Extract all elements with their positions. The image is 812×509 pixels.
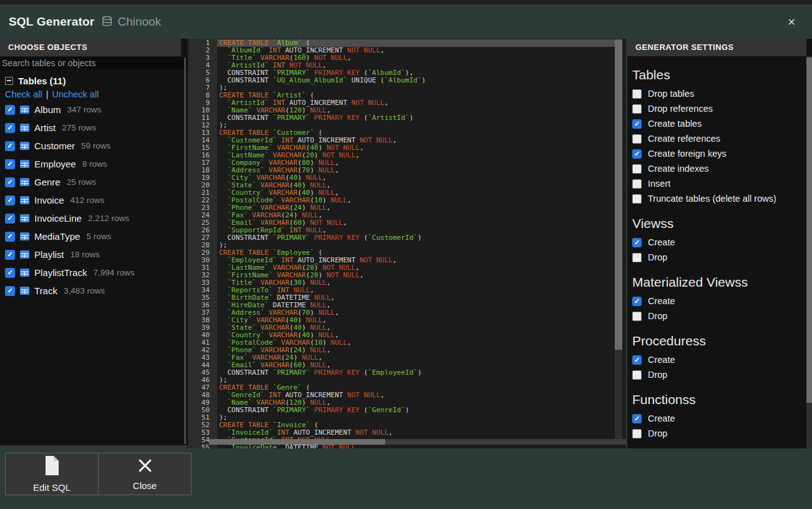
uncheck-all-link[interactable]: Uncheck all xyxy=(52,89,99,99)
table-list-item[interactable]: MediaType 5 rows xyxy=(0,227,187,245)
table-list-item[interactable]: Artist 275 rows xyxy=(0,119,187,137)
settings-scrollbar-thumb[interactable] xyxy=(806,57,812,403)
table-name: Album xyxy=(34,104,61,115)
settings-option-label: Truncate tables (delete all rows) xyxy=(648,194,776,204)
settings-section-title: Proceduress xyxy=(632,333,812,349)
table-list-item[interactable]: Employee 8 rows xyxy=(0,155,187,173)
table-checkbox[interactable] xyxy=(5,250,15,260)
settings-option[interactable]: Drop xyxy=(632,367,812,382)
settings-option[interactable]: Drop tables xyxy=(632,86,812,101)
table-row-count: 3,483 rows xyxy=(64,286,105,295)
close-button[interactable]: Close xyxy=(98,453,192,495)
settings-option[interactable]: Create xyxy=(632,352,812,367)
table-checkbox[interactable] xyxy=(5,159,15,169)
settings-checkbox[interactable] xyxy=(632,429,642,438)
table-checkbox[interactable] xyxy=(5,141,15,151)
table-list-item[interactable]: InvoiceLine 2,212 rows xyxy=(0,209,187,227)
settings-scrollbar-track xyxy=(806,56,812,448)
sql-editor: 1234567891011121314151617181920212223242… xyxy=(187,39,626,448)
table-checkbox[interactable] xyxy=(5,123,15,133)
table-list-item[interactable]: Track 3,483 rows xyxy=(0,282,187,300)
table-checkbox[interactable] xyxy=(5,105,15,115)
link-separator: | xyxy=(46,89,49,99)
settings-checkbox[interactable] xyxy=(632,89,642,99)
collapse-icon[interactable] xyxy=(5,77,13,85)
sql-generator-dialog: SQL Generator Chinook ✕ CHOOSE OBJECTS T… xyxy=(0,0,812,509)
tables-group-row[interactable]: Tables (11) xyxy=(0,74,187,87)
settings-option[interactable]: Create foreign keys xyxy=(632,146,812,161)
settings-option[interactable]: Create indexes xyxy=(632,161,812,176)
line-number: 4 xyxy=(188,62,217,69)
settings-section-title: Tables xyxy=(632,67,812,83)
code-line: CONSTRAINT `PRIMARY` PRIMARY KEY (`Custo… xyxy=(217,234,615,242)
table-name: MediaType xyxy=(34,231,80,242)
dialog-close-icon[interactable]: ✕ xyxy=(788,16,796,27)
settings-checkbox[interactable] xyxy=(632,164,642,174)
settings-checkbox[interactable] xyxy=(632,355,642,365)
settings-body: Tables Drop tables Drop references Creat… xyxy=(627,56,812,441)
settings-option-label: Drop references xyxy=(648,104,713,114)
editor-vertical-scrollbar-thumb[interactable] xyxy=(615,39,622,350)
settings-option[interactable]: Drop xyxy=(632,250,812,265)
settings-checkbox[interactable] xyxy=(632,414,642,423)
table-checkbox[interactable] xyxy=(5,268,15,278)
settings-option-label: Drop tables xyxy=(648,89,694,99)
editor-horizontal-scrollbar-thumb[interactable] xyxy=(209,439,385,445)
settings-option[interactable]: Create references xyxy=(632,131,812,146)
settings-checkbox[interactable] xyxy=(632,104,642,114)
table-icon xyxy=(20,106,29,114)
table-list-item[interactable]: PlaylistTrack 7,994 rows xyxy=(0,264,187,282)
settings-checkbox[interactable] xyxy=(632,194,642,204)
table-icon xyxy=(20,287,29,295)
edit-sql-button[interactable]: Edit SQL xyxy=(5,453,99,495)
settings-section: Viewss Create Drop xyxy=(632,215,812,265)
settings-checkbox[interactable] xyxy=(632,238,642,247)
settings-option[interactable]: Drop xyxy=(632,426,812,441)
table-checkbox[interactable] xyxy=(5,195,15,205)
settings-option-label: Drop xyxy=(648,311,667,321)
left-panel-scrollbar[interactable] xyxy=(184,57,186,444)
settings-option[interactable]: Drop references xyxy=(632,101,812,116)
settings-section-title: Viewss xyxy=(632,215,812,232)
edit-sql-button-label: Edit SQL xyxy=(33,482,71,493)
table-icon xyxy=(20,196,29,204)
settings-checkbox[interactable] xyxy=(632,297,642,306)
settings-checkbox[interactable] xyxy=(632,370,642,380)
line-number: 6 xyxy=(188,77,217,84)
settings-checkbox[interactable] xyxy=(632,179,642,189)
settings-section-title: Functionss xyxy=(632,392,812,408)
table-list-item[interactable]: Invoice 412 rows xyxy=(0,191,187,209)
search-input[interactable] xyxy=(0,56,187,69)
table-icon xyxy=(20,178,29,186)
table-name: Employee xyxy=(34,159,76,169)
settings-section: Proceduress Create Drop xyxy=(632,333,812,382)
table-checkbox[interactable] xyxy=(5,177,15,187)
settings-option[interactable]: Create tables xyxy=(632,116,812,131)
settings-option[interactable]: Drop xyxy=(632,309,812,324)
settings-option[interactable]: Create xyxy=(632,411,812,426)
table-list-item[interactable]: Customer 59 rows xyxy=(0,137,187,155)
settings-checkbox[interactable] xyxy=(632,119,642,129)
check-all-link[interactable]: Check all xyxy=(5,89,42,99)
settings-checkbox[interactable] xyxy=(632,312,642,321)
table-list-item[interactable]: Playlist 18 rows xyxy=(0,245,187,264)
settings-option[interactable]: Truncate tables (delete all rows) xyxy=(632,191,812,206)
database-icon xyxy=(101,16,113,27)
settings-option[interactable]: Insert xyxy=(632,176,812,191)
settings-checkbox[interactable] xyxy=(632,134,642,144)
table-list-item[interactable]: Genre 25 rows xyxy=(0,173,187,191)
table-checkbox[interactable] xyxy=(5,286,15,296)
objects-tree: Tables (11) Check all | Uncheck all Albu… xyxy=(0,69,187,300)
settings-option[interactable]: Create xyxy=(632,294,812,309)
table-row-count: 347 rows xyxy=(67,105,102,114)
line-number: 7 xyxy=(188,84,217,92)
settings-option-label: Create tables xyxy=(648,119,702,129)
settings-checkbox[interactable] xyxy=(632,149,642,159)
settings-checkbox[interactable] xyxy=(632,253,642,262)
code-area[interactable]: CREATE TABLE `Album` ( `AlbumId` INT AUT… xyxy=(217,39,615,448)
settings-option-label: Create xyxy=(648,355,675,365)
table-checkbox[interactable] xyxy=(5,232,15,242)
table-checkbox[interactable] xyxy=(5,214,15,224)
table-list-item[interactable]: Album 347 rows xyxy=(0,101,187,119)
settings-option[interactable]: Create xyxy=(632,235,812,250)
